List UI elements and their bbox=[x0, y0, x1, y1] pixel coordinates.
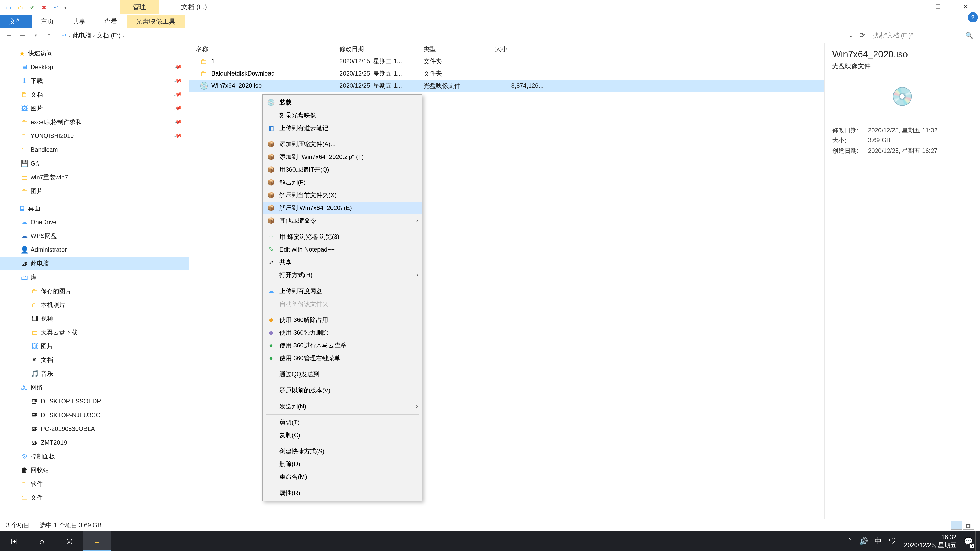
tree-item[interactable]: 🖥Desktop📌 bbox=[0, 60, 189, 74]
tree-libraries[interactable]: 🗃库 bbox=[0, 270, 189, 284]
col-size[interactable]: 大小 bbox=[495, 45, 551, 53]
tab-file[interactable]: 文件 bbox=[0, 15, 32, 28]
tree-item[interactable]: 🖳DESKTOP-LSSOEDP bbox=[0, 394, 189, 408]
qat-properties-icon[interactable]: 🗀 bbox=[15, 3, 25, 13]
tab-share[interactable]: 共享 bbox=[63, 15, 95, 28]
ctx-shortcut[interactable]: 创建快捷方式(S) bbox=[263, 445, 422, 457]
ctx-open-with[interactable]: 打开方式(H)› bbox=[263, 268, 422, 281]
tree-desktop[interactable]: 🖥桌面 bbox=[0, 202, 189, 215]
col-date[interactable]: 修改日期 bbox=[339, 45, 424, 53]
ctx-360-trojan[interactable]: ●使用 360进行木马云查杀 bbox=[263, 339, 422, 352]
file-row-selected[interactable]: 💿Win7x64_2020.iso 2020/12/25, 星期五 1... 光… bbox=[189, 79, 824, 92]
forward-button[interactable]: → bbox=[17, 30, 28, 41]
ctx-mount[interactable]: 💿装载 bbox=[263, 96, 422, 109]
ctx-qq-send[interactable]: 通过QQ发送到 bbox=[263, 368, 422, 381]
search-button[interactable]: ⌕ bbox=[28, 531, 56, 551]
tree-item[interactable]: ☁OneDrive bbox=[0, 215, 189, 229]
tree-item[interactable]: 🖳ZMT2019 bbox=[0, 436, 189, 449]
tab-view[interactable]: 查看 bbox=[95, 15, 127, 28]
ctx-delete[interactable]: 删除(D) bbox=[263, 457, 422, 470]
ctx-extract-here[interactable]: 📦解压到当前文件夹(X) bbox=[263, 189, 422, 202]
tree-item[interactable]: 🗀图片 bbox=[0, 184, 189, 198]
ctx-share[interactable]: ↗共享 bbox=[263, 256, 422, 268]
tree-item[interactable]: 🗑回收站 bbox=[0, 463, 189, 477]
ctx-copy[interactable]: 复制(C) bbox=[263, 429, 422, 441]
ctx-send-to[interactable]: 发送到(N)› bbox=[263, 400, 422, 413]
ime-icon[interactable]: 中 bbox=[871, 531, 885, 551]
up-button[interactable]: ↑ bbox=[43, 30, 55, 41]
tree-item[interactable]: 🗀YUNQISHI2019📌 bbox=[0, 129, 189, 143]
tree-item[interactable]: 🖼图片 bbox=[0, 339, 189, 353]
tree-item[interactable]: ⬇下载📌 bbox=[0, 74, 189, 88]
tab-disc-tools[interactable]: 光盘映像工具 bbox=[127, 15, 185, 28]
tree-quick-access[interactable]: ★快速访问 bbox=[0, 46, 189, 60]
ctx-properties[interactable]: 属性(R) bbox=[263, 486, 422, 499]
tab-home[interactable]: 主页 bbox=[32, 15, 63, 28]
ctx-360-delete[interactable]: ◆使用 360强力删除 bbox=[263, 326, 422, 339]
taskbar-clock[interactable]: 16:32 2020/12/25, 星期五 bbox=[900, 533, 961, 549]
back-button[interactable]: ← bbox=[3, 30, 15, 41]
tree-item[interactable]: 🎞视频 bbox=[0, 312, 189, 326]
file-row[interactable]: 🗀BaiduNetdiskDownload 2020/12/25, 星期五 1.… bbox=[189, 67, 824, 79]
ctx-extract-to[interactable]: 📦解压到(F)... bbox=[263, 176, 422, 189]
col-type[interactable]: 类型 bbox=[424, 45, 495, 53]
ctx-360-manager[interactable]: ●使用 360管理右键菜单 bbox=[263, 352, 422, 365]
ctx-extract-named[interactable]: 📦解压到 Win7x64_2020\ (E) bbox=[263, 202, 422, 214]
ctx-add-archive[interactable]: 📦添加到压缩文件(A)... bbox=[263, 138, 422, 151]
tree-item[interactable]: 🗀win7重装win7 bbox=[0, 170, 189, 184]
tree-item[interactable]: 🗎文档📌 bbox=[0, 88, 189, 102]
tree-network[interactable]: 🖧网络 bbox=[0, 381, 189, 394]
refresh-button[interactable]: ⟳ bbox=[857, 32, 867, 39]
tree-item[interactable]: 🗀excel表格制作求和📌 bbox=[0, 115, 189, 129]
qat-check-icon[interactable]: ✔ bbox=[27, 3, 37, 13]
view-details-button[interactable]: ≡ bbox=[951, 521, 962, 530]
tree-item[interactable]: 🗀本机照片 bbox=[0, 298, 189, 312]
qat-delete-icon[interactable]: ✖ bbox=[39, 3, 49, 13]
ctx-fengmi[interactable]: ○用 蜂蜜浏览器 浏览(3) bbox=[263, 230, 422, 243]
start-button[interactable]: ⊞ bbox=[0, 531, 28, 551]
tree-item[interactable]: 🖼图片📌 bbox=[0, 102, 189, 115]
close-button[interactable]: ✕ bbox=[952, 0, 980, 13]
help-icon[interactable]: ? bbox=[968, 12, 978, 22]
ctx-cut[interactable]: 剪切(T) bbox=[263, 416, 422, 429]
breadcrumb[interactable]: 🖳 › 此电脑 › 文档 (E:) › bbox=[57, 32, 845, 40]
ctx-notepadpp[interactable]: ✎Edit with Notepad++ bbox=[263, 243, 422, 256]
ctx-360-unlock[interactable]: ◆使用 360解除占用 bbox=[263, 313, 422, 326]
address-dropdown[interactable]: ⌄ bbox=[847, 32, 855, 39]
tree-item[interactable]: ☁WPS网盘 bbox=[0, 229, 189, 243]
tree-item[interactable]: 👤Administrator bbox=[0, 243, 189, 257]
tray-overflow[interactable]: ˄ bbox=[842, 531, 857, 551]
ctx-baidu[interactable]: ☁上传到百度网盘 bbox=[263, 285, 422, 297]
tree-item[interactable]: 🗎文档 bbox=[0, 353, 189, 367]
minimize-button[interactable]: — bbox=[896, 0, 924, 13]
taskbar-explorer[interactable]: 🗀 bbox=[83, 531, 111, 551]
defender-icon[interactable]: 🛡 bbox=[885, 531, 900, 551]
show-desktop-button[interactable] bbox=[975, 531, 980, 551]
qat-undo-icon[interactable]: ↶ bbox=[51, 3, 61, 13]
volume-icon[interactable]: 🔊 bbox=[857, 531, 871, 551]
task-view-button[interactable]: ⎚ bbox=[56, 531, 83, 551]
tree-item[interactable]: 🗀Bandicam bbox=[0, 143, 189, 157]
tree-this-pc[interactable]: 🖳此电脑 bbox=[0, 257, 189, 270]
ctx-youdao[interactable]: ◧上传到有道云笔记 bbox=[263, 122, 422, 135]
history-dropdown[interactable]: ▾ bbox=[30, 30, 41, 41]
crumb-drive[interactable]: 文档 (E:) bbox=[97, 32, 121, 40]
ctx-other-zip[interactable]: 📦其他压缩命令› bbox=[263, 214, 422, 227]
crumb-this-pc[interactable]: 此电脑 bbox=[73, 32, 91, 40]
ctx-open-360[interactable]: 📦用360压缩打开(Q) bbox=[263, 163, 422, 176]
file-row[interactable]: 🗀1 2020/12/15, 星期二 1... 文件夹 bbox=[189, 55, 824, 67]
search-input[interactable]: 搜索"文档 (E:)" 🔍 bbox=[869, 30, 977, 41]
tree-item[interactable]: ⚙控制面板 bbox=[0, 449, 189, 463]
tree-item[interactable]: 🎵音乐 bbox=[0, 367, 189, 381]
maximize-button[interactable]: ☐ bbox=[924, 0, 952, 13]
tree-item[interactable]: 🗀软件 bbox=[0, 477, 189, 491]
col-name[interactable]: 名称 bbox=[189, 45, 339, 53]
ctx-restore[interactable]: 还原以前的版本(V) bbox=[263, 384, 422, 397]
view-icons-button[interactable]: ▦ bbox=[963, 521, 974, 530]
tree-item[interactable]: 🖳PC-20190530OBLA bbox=[0, 422, 189, 436]
action-center-icon[interactable]: 💬3 bbox=[961, 531, 975, 551]
tree-item[interactable]: 🗀保存的图片 bbox=[0, 284, 189, 298]
tree-item[interactable]: 🗀天翼云盘下载 bbox=[0, 326, 189, 339]
ctx-burn[interactable]: 刻录光盘映像 bbox=[263, 109, 422, 122]
ctx-rename[interactable]: 重命名(M) bbox=[263, 470, 422, 483]
